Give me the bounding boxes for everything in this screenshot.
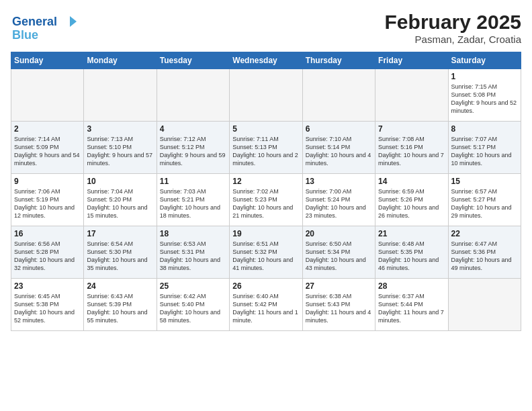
col-sunday: Sunday	[11, 52, 84, 69]
day-number: 27	[306, 281, 372, 291]
day-number: 22	[451, 229, 518, 238]
day-info: Sunrise: 6:56 AMSunset: 5:28 PMDaylight:…	[14, 240, 81, 273]
day-cell: 9Sunrise: 7:06 AMSunset: 5:19 PMDaylight…	[11, 174, 84, 226]
day-info: Sunrise: 7:10 AMSunset: 5:14 PMDaylight:…	[306, 135, 372, 168]
day-cell: 16Sunrise: 6:56 AMSunset: 5:28 PMDayligh…	[11, 226, 84, 279]
day-info: Sunrise: 7:02 AMSunset: 5:23 PMDaylight:…	[232, 187, 299, 220]
week-row-1: 1Sunrise: 7:15 AMSunset: 5:08 PMDaylight…	[11, 69, 521, 122]
day-info: Sunrise: 7:00 AMSunset: 5:24 PMDaylight:…	[306, 187, 372, 220]
day-info: Sunrise: 6:59 AMSunset: 5:26 PMDaylight:…	[378, 187, 445, 220]
day-number: 19	[232, 229, 299, 238]
day-number: 21	[378, 229, 445, 238]
day-cell: 25Sunrise: 6:42 AMSunset: 5:40 PMDayligh…	[157, 279, 229, 331]
day-cell: 24Sunrise: 6:43 AMSunset: 5:39 PMDayligh…	[84, 279, 157, 331]
day-info: Sunrise: 6:50 AMSunset: 5:34 PMDaylight:…	[306, 240, 372, 273]
day-cell: 5Sunrise: 7:11 AMSunset: 5:13 PMDaylight…	[230, 122, 302, 174]
day-cell	[375, 69, 448, 122]
week-row-3: 9Sunrise: 7:06 AMSunset: 5:19 PMDaylight…	[11, 174, 521, 226]
day-info: Sunrise: 7:08 AMSunset: 5:16 PMDaylight:…	[378, 135, 445, 168]
svg-text:Blue: Blue	[12, 28, 38, 42]
day-info: Sunrise: 6:38 AMSunset: 5:43 PMDaylight:…	[306, 292, 372, 325]
day-cell	[448, 279, 521, 331]
week-row-4: 16Sunrise: 6:56 AMSunset: 5:28 PMDayligh…	[11, 226, 521, 279]
calendar-subtitle: Pasman, Zadar, Croatia	[385, 34, 521, 45]
day-cell	[11, 69, 84, 122]
day-cell: 21Sunrise: 6:48 AMSunset: 5:35 PMDayligh…	[375, 226, 448, 279]
col-wednesday: Wednesday	[230, 52, 302, 69]
day-number: 5	[232, 124, 299, 134]
header-row: Sunday Monday Tuesday Wednesday Thursday…	[11, 52, 521, 69]
day-info: Sunrise: 7:03 AMSunset: 5:21 PMDaylight:…	[160, 187, 226, 220]
day-cell	[84, 69, 157, 122]
day-number: 7	[378, 124, 445, 134]
day-info: Sunrise: 6:48 AMSunset: 5:35 PMDaylight:…	[378, 240, 445, 273]
day-cell	[230, 69, 302, 122]
day-cell: 12Sunrise: 7:02 AMSunset: 5:23 PMDayligh…	[230, 174, 302, 226]
day-number: 20	[306, 229, 372, 238]
day-number: 12	[232, 177, 299, 186]
day-cell: 10Sunrise: 7:04 AMSunset: 5:20 PMDayligh…	[84, 174, 157, 226]
day-cell: 26Sunrise: 6:40 AMSunset: 5:42 PMDayligh…	[230, 279, 302, 331]
col-saturday: Saturday	[448, 52, 521, 69]
day-cell: 13Sunrise: 7:00 AMSunset: 5:24 PMDayligh…	[302, 174, 375, 226]
page-container: General Blue February 2025 Pasman, Zadar…	[0, 0, 532, 336]
calendar-table: Sunday Monday Tuesday Wednesday Thursday…	[11, 52, 521, 331]
day-info: Sunrise: 7:14 AMSunset: 5:09 PMDaylight:…	[14, 135, 81, 168]
day-info: Sunrise: 6:40 AMSunset: 5:42 PMDaylight:…	[232, 292, 299, 325]
day-cell: 3Sunrise: 7:13 AMSunset: 5:10 PMDaylight…	[84, 122, 157, 174]
day-info: Sunrise: 6:47 AMSunset: 5:36 PMDaylight:…	[451, 240, 518, 273]
day-number: 2	[14, 124, 81, 134]
header: General Blue February 2025 Pasman, Zadar…	[11, 11, 521, 45]
day-info: Sunrise: 7:06 AMSunset: 5:19 PMDaylight:…	[14, 187, 81, 220]
logo-svg: General Blue	[11, 11, 85, 43]
calendar-title: February 2025	[385, 11, 521, 34]
day-cell: 20Sunrise: 6:50 AMSunset: 5:34 PMDayligh…	[302, 226, 375, 279]
day-cell: 1Sunrise: 7:15 AMSunset: 5:08 PMDaylight…	[448, 69, 521, 122]
day-number: 9	[14, 177, 81, 186]
day-number: 14	[378, 177, 445, 186]
col-thursday: Thursday	[302, 52, 375, 69]
day-number: 3	[87, 124, 153, 134]
day-number: 15	[451, 177, 518, 186]
day-info: Sunrise: 7:11 AMSunset: 5:13 PMDaylight:…	[232, 135, 299, 168]
day-number: 1	[451, 72, 518, 81]
day-info: Sunrise: 7:07 AMSunset: 5:17 PMDaylight:…	[451, 135, 518, 168]
day-info: Sunrise: 7:13 AMSunset: 5:10 PMDaylight:…	[87, 135, 153, 168]
day-cell: 23Sunrise: 6:45 AMSunset: 5:38 PMDayligh…	[11, 279, 84, 331]
day-info: Sunrise: 6:54 AMSunset: 5:30 PMDaylight:…	[87, 240, 153, 273]
day-info: Sunrise: 7:15 AMSunset: 5:08 PMDaylight:…	[451, 83, 518, 116]
day-number: 10	[87, 177, 153, 186]
day-number: 28	[378, 281, 445, 291]
day-info: Sunrise: 7:04 AMSunset: 5:20 PMDaylight:…	[87, 187, 153, 220]
week-row-2: 2Sunrise: 7:14 AMSunset: 5:09 PMDaylight…	[11, 122, 521, 174]
day-number: 11	[160, 177, 226, 186]
day-number: 25	[160, 281, 226, 291]
day-info: Sunrise: 6:53 AMSunset: 5:31 PMDaylight:…	[160, 240, 226, 273]
col-monday: Monday	[84, 52, 157, 69]
day-info: Sunrise: 6:45 AMSunset: 5:38 PMDaylight:…	[14, 292, 81, 325]
day-cell: 18Sunrise: 6:53 AMSunset: 5:31 PMDayligh…	[157, 226, 229, 279]
day-cell: 19Sunrise: 6:51 AMSunset: 5:32 PMDayligh…	[230, 226, 302, 279]
day-number: 17	[87, 229, 153, 238]
col-friday: Friday	[375, 52, 448, 69]
logo: General Blue	[11, 11, 85, 43]
day-info: Sunrise: 6:42 AMSunset: 5:40 PMDaylight:…	[160, 292, 226, 325]
day-cell: 6Sunrise: 7:10 AMSunset: 5:14 PMDaylight…	[302, 122, 375, 174]
svg-text:General: General	[12, 15, 57, 28]
day-number: 4	[160, 124, 226, 134]
day-cell: 22Sunrise: 6:47 AMSunset: 5:36 PMDayligh…	[448, 226, 521, 279]
day-cell: 2Sunrise: 7:14 AMSunset: 5:09 PMDaylight…	[11, 122, 84, 174]
day-number: 24	[87, 281, 153, 291]
day-cell: 11Sunrise: 7:03 AMSunset: 5:21 PMDayligh…	[157, 174, 229, 226]
day-cell: 7Sunrise: 7:08 AMSunset: 5:16 PMDaylight…	[375, 122, 448, 174]
day-number: 16	[14, 229, 81, 238]
day-info: Sunrise: 6:43 AMSunset: 5:39 PMDaylight:…	[87, 292, 153, 325]
col-tuesday: Tuesday	[157, 52, 229, 69]
title-block: February 2025 Pasman, Zadar, Croatia	[385, 11, 521, 45]
day-number: 8	[451, 124, 518, 134]
day-info: Sunrise: 6:51 AMSunset: 5:32 PMDaylight:…	[232, 240, 299, 273]
day-cell	[157, 69, 229, 122]
day-cell: 14Sunrise: 6:59 AMSunset: 5:26 PMDayligh…	[375, 174, 448, 226]
svg-marker-1	[70, 16, 77, 27]
day-number: 18	[160, 229, 226, 238]
